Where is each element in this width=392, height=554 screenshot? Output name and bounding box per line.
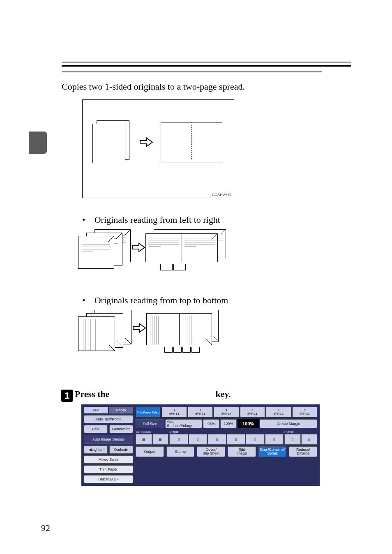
lighter-button[interactable]: ◀ Lighter <box>84 446 108 454</box>
figure-top-bottom <box>78 310 351 355</box>
bullet-left-right: • Originals reading from left to right <box>82 215 351 225</box>
step-1-prefix: Press the <box>75 389 110 399</box>
mixed-sizes-button[interactable]: Mixed Sizes <box>84 455 133 464</box>
auto-image-density-button[interactable]: Auto Image Density <box>84 435 133 444</box>
tray-row: Auto Paper Select 18½×11 28½×11 38½×14 4… <box>136 407 317 418</box>
generation-button[interactable]: Generation <box>109 425 133 433</box>
dup-combine-series-button[interactable]: Dup./Combine/ Series <box>258 446 287 457</box>
staple-option-5[interactable]: ▯ <box>246 434 265 445</box>
step-1-badge: 1 <box>61 390 73 402</box>
thin-paper-button[interactable]: Thin Paper <box>84 465 133 473</box>
tray-6[interactable]: 68½×11 <box>292 407 317 418</box>
step-1-line: 1 Press the key. <box>61 388 351 400</box>
auto-paper-select-button[interactable]: Auto Paper Select <box>136 407 161 418</box>
tray-2[interactable]: 28½×11 <box>188 407 213 418</box>
sort-option-1[interactable]: ▦ <box>136 434 152 445</box>
tray-1[interactable]: 18½×11 <box>161 407 187 418</box>
batch-sadf-button[interactable]: Batch/SADF <box>84 475 133 483</box>
pale-button[interactable]: Pale <box>84 425 108 433</box>
auto-text-photo-button[interactable]: Auto Text/Photo <box>84 415 133 423</box>
originals-stack-icon <box>92 120 132 164</box>
figure-left-right <box>78 229 351 273</box>
spread-output-icon <box>161 122 222 162</box>
tb-originals-icon <box>78 310 132 354</box>
intro-text: Copies two 1-sided originals to a two-pa… <box>62 81 351 92</box>
lighter-label: Lighter <box>92 448 103 452</box>
full-size-button[interactable]: Full Size <box>136 419 164 428</box>
stamp-button[interactable]: Stamp <box>166 446 195 457</box>
punch-option-1[interactable]: ▯ <box>284 434 301 445</box>
staple-option-2[interactable]: ▯ <box>189 434 208 445</box>
arrow-right-icon <box>139 136 153 148</box>
diagram-code: GCSHVY7J <box>212 193 231 197</box>
staple-option-3[interactable]: ▯ <box>208 434 226 445</box>
bullet-top-bottom: • Originals reading from top to bottom <box>82 295 351 306</box>
lr-output-icon <box>145 229 236 272</box>
step-1-suffix: key. <box>216 389 231 399</box>
page-content: Copies two 1-sided originals to a two-pa… <box>0 0 392 502</box>
edit-image-button[interactable]: Edit Image <box>228 446 256 457</box>
tray-5[interactable]: 58½×11 <box>266 407 291 418</box>
staple-option-4[interactable]: ▯ <box>227 434 246 445</box>
arrow-right-icon <box>131 242 145 253</box>
arrow-right-icon <box>132 322 146 334</box>
text-tab[interactable]: Text <box>84 407 108 413</box>
tray-4[interactable]: 48½×11 <box>240 407 265 418</box>
side-tab <box>29 132 47 154</box>
figure-spread-diagram: GCSHVY7J <box>82 99 351 198</box>
auto-reduce-enlarge-button[interactable]: Auto Reduce/Enlarge <box>165 419 202 428</box>
auto-paper-select-label: Auto Paper Select <box>136 411 159 414</box>
staple-option-1[interactable]: ▯ <box>169 434 188 445</box>
sort-stack-label: Sort/Stack <box>136 430 168 434</box>
darker-button[interactable]: Darker ▶ <box>109 446 133 454</box>
photo-tab[interactable]: Photo <box>109 407 133 413</box>
sort-option-2[interactable]: ▦ <box>152 434 169 445</box>
zoom-display: 100% <box>238 419 259 428</box>
tb-output-icon <box>146 310 237 355</box>
tray-3[interactable]: 38½×14 <box>214 407 239 418</box>
punch-label: Punch <box>284 430 317 434</box>
copier-ui-screenshot: Text Photo Auto Text/Photo Pale Generati… <box>81 404 320 486</box>
punch-option-2[interactable]: ▯ <box>301 434 318 445</box>
pct-129-button[interactable]: 129% <box>220 419 237 428</box>
lr-originals-icon <box>78 229 131 273</box>
darker-label: Darker <box>114 448 125 452</box>
pct-93-button[interactable]: 93% <box>203 419 219 428</box>
output-button[interactable]: Output <box>136 446 164 457</box>
rule-top-3 <box>62 72 322 72</box>
rule-top-2 <box>62 65 351 67</box>
cover-slip-sheet-button[interactable]: Cover/ Slip Sheet <box>197 446 225 457</box>
staple-option-6[interactable]: ▯ <box>265 434 284 445</box>
reduce-enlarge-button[interactable]: Reduce/ Enlarge <box>289 446 317 457</box>
staple-label: Staple <box>169 430 284 434</box>
rule-top-1 <box>62 62 351 62</box>
page-number: 92 <box>41 523 50 533</box>
create-margin-button[interactable]: Create Margin <box>260 419 317 428</box>
